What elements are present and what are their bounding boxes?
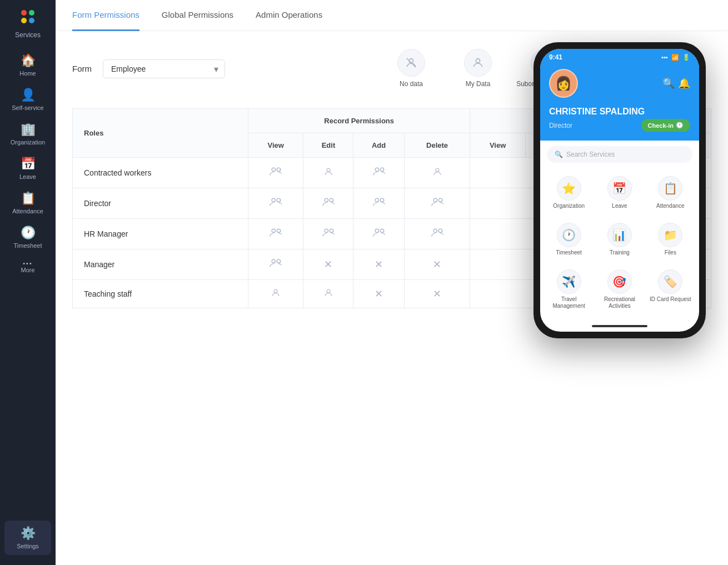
phone-service-travel[interactable]: ✈️ Travel Management <box>545 264 593 315</box>
home-indicator <box>592 325 647 327</box>
svg-point-34 <box>327 289 330 293</box>
sidebar-item-organization-label: Organization <box>11 139 45 146</box>
idcard-service-label: ID Card Request <box>650 296 691 303</box>
self-service-icon: 👤 <box>21 88 36 102</box>
no-data-icon <box>397 49 425 77</box>
phone-frame: 9:41 ▪▪▪ 📶 🔋 👩 🔍 🔔 <box>533 42 706 338</box>
leave-icon: 📅 <box>21 157 36 171</box>
delete-manager[interactable]: ✕ <box>404 249 470 280</box>
edit-teaching[interactable] <box>303 280 353 308</box>
view-contracted[interactable] <box>248 158 303 188</box>
main-content: Form Permissions Global Permissions Admi… <box>56 0 728 565</box>
col-fp-view: View <box>470 133 526 158</box>
delete-director[interactable] <box>404 188 470 219</box>
svg-point-16 <box>277 198 280 202</box>
add-contracted[interactable] <box>353 158 404 188</box>
phone-service-training[interactable]: 📊 Training <box>595 217 644 262</box>
attendance-service-label: Attendance <box>656 203 685 209</box>
tab-admin-operations[interactable]: Admin Operations <box>256 0 322 31</box>
roles-header: Roles <box>73 109 248 158</box>
delete-contracted[interactable] <box>404 158 470 188</box>
organization-icon: 🏢 <box>21 122 36 137</box>
perm-type-no-data: No data <box>378 49 445 89</box>
edit-contracted[interactable] <box>303 158 353 188</box>
phone-service-attendance[interactable]: 📋 Attendance <box>646 171 695 215</box>
svg-point-17 <box>325 198 328 202</box>
home-icon: 🏠 <box>21 53 36 68</box>
sidebar-item-leave-label: Leave <box>19 173 36 180</box>
phone-service-timesheet[interactable]: 🕐 Timesheet <box>545 217 593 262</box>
tabs-nav: Form Permissions Global Permissions Admi… <box>56 0 728 31</box>
organization-service-label: Organization <box>553 203 585 209</box>
checkin-button[interactable]: Check-in 🕐 <box>641 119 690 132</box>
travel-service-label: Travel Management <box>547 296 591 309</box>
phone-time: 9:41 <box>549 53 562 61</box>
add-director[interactable] <box>353 188 404 219</box>
sidebar-item-organization[interactable]: 🏢 Organization <box>0 117 56 151</box>
sidebar-item-timesheet[interactable]: 🕐 Timesheet <box>0 220 56 254</box>
edit-manager[interactable]: ✕ <box>303 249 353 280</box>
role-contracted-workers: Contracted workers <box>73 158 248 188</box>
view-teaching[interactable] <box>248 280 303 308</box>
svg-point-28 <box>380 229 383 232</box>
sidebar-item-settings-label: Settings <box>17 543 39 549</box>
bell-icon[interactable]: 🔔 <box>678 77 690 89</box>
svg-point-32 <box>277 259 280 263</box>
view-hr-manager[interactable] <box>248 219 303 249</box>
svg-point-24 <box>277 229 280 232</box>
view-director[interactable] <box>248 188 303 219</box>
svg-point-33 <box>274 289 277 293</box>
sidebar-item-attendance[interactable]: 📋 Attendance <box>0 186 56 220</box>
phone-action-icons: 🔍 🔔 <box>662 69 690 98</box>
phone-user-role: Director <box>549 122 572 129</box>
cross-icon: ✕ <box>433 288 441 299</box>
phone-user-name: CHRISTINE SPALDING <box>549 107 690 117</box>
delete-hr-manager[interactable] <box>404 219 470 249</box>
phone-search-bar[interactable]: 🔍 Search Services <box>547 146 692 163</box>
leave-service-label: Leave <box>612 203 627 209</box>
cross-icon: ✕ <box>375 288 383 299</box>
cross-icon: ✕ <box>324 259 332 270</box>
sidebar-item-home[interactable]: 🏠 Home <box>0 48 56 82</box>
svg-point-11 <box>327 168 330 172</box>
add-hr-manager[interactable] <box>353 219 404 249</box>
delete-teaching[interactable]: ✕ <box>404 280 470 308</box>
form-select[interactable]: Employee <box>103 59 225 78</box>
attendance-service-icon: 📋 <box>658 176 682 201</box>
phone-service-files[interactable]: 📁 Files <box>646 217 695 262</box>
sidebar-item-self-service-label: Self-service <box>12 104 43 111</box>
attendance-icon: 📋 <box>21 191 36 206</box>
phone-service-recreational[interactable]: 🎯 Recreational Activities <box>595 264 644 315</box>
svg-point-25 <box>325 229 328 232</box>
sidebar-item-leave[interactable]: 📅 Leave <box>0 151 56 186</box>
role-hr-manager: HR Manager <box>73 219 248 249</box>
edit-director[interactable] <box>303 188 353 219</box>
battery-icon: 🔋 <box>682 54 690 61</box>
search-placeholder: Search Services <box>566 151 615 158</box>
tab-global-permissions[interactable]: Global Permissions <box>162 0 233 31</box>
sidebar-item-settings[interactable]: ⚙️ Settings <box>4 521 51 555</box>
cross-icon: ✕ <box>433 259 441 270</box>
logo-dot-yellow <box>21 18 27 23</box>
phone-service-organization[interactable]: ⭐ Organization <box>545 171 593 215</box>
view-manager[interactable] <box>248 249 303 280</box>
edit-hr-manager[interactable] <box>303 219 353 249</box>
svg-point-14 <box>436 168 439 172</box>
sidebar-item-self-service[interactable]: 👤 Self-service <box>0 82 56 117</box>
travel-service-icon: ✈️ <box>557 269 581 294</box>
svg-point-2 <box>476 58 480 62</box>
add-teaching[interactable]: ✕ <box>353 280 404 308</box>
phone-service-idcard[interactable]: 🏷️ ID Card Request <box>646 264 695 315</box>
files-service-icon: 📁 <box>658 223 682 247</box>
more-dots-icon: ••• <box>23 260 33 267</box>
avatar: 👩 <box>549 69 578 98</box>
timesheet-icon: 🕐 <box>21 226 36 240</box>
add-manager[interactable]: ✕ <box>353 249 404 280</box>
phone-service-leave[interactable]: 📅 Leave <box>595 171 644 215</box>
tab-form-permissions[interactable]: Form Permissions <box>72 0 139 31</box>
form-select-wrapper[interactable]: Employee <box>103 59 225 78</box>
svg-point-12 <box>375 168 378 171</box>
search-icon[interactable]: 🔍 <box>662 77 675 89</box>
sidebar-item-more[interactable]: ••• More <box>0 254 56 279</box>
svg-point-10 <box>277 168 280 171</box>
